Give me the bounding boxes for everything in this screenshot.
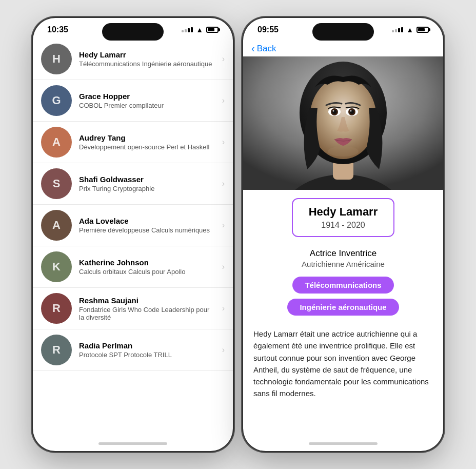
chevron-icon-shafi: › [222,179,225,188]
portrait-svg [243,56,443,190]
item-desc-reshma: Fondatrice Girls Who Code Leadership pou… [79,306,215,321]
status-icons-left: ▲ [182,26,219,34]
item-text-audrey: Audrey Tang Développement open-source Pe… [79,133,215,151]
tag-aero[interactable]: Ingénierie aéronautique [287,299,399,316]
item-name-hedy: Hedy Lamarr [79,50,215,59]
avatar-radia: R [41,335,72,365]
list-item-grace[interactable]: G Grace Hopper COBOL Premier compilateur… [33,80,233,122]
chevron-icon-radia: › [222,345,225,355]
time-left: 10:35 [47,25,68,34]
svg-point-8 [333,110,334,112]
list-item-reshma[interactable]: R Reshma Saujani Fondatrice Girls Who Co… [33,288,233,329]
item-name-radia: Radia Perlman [79,341,215,350]
dynamic-island-left [102,23,164,41]
avatar-reshma: R [41,293,72,324]
item-desc-ada: Première développeuse Calculs numériques [79,226,215,234]
item-name-grace: Grace Hopper [79,92,215,101]
avatar-shafi: S [41,168,72,199]
avatar-katherine: K [41,251,72,282]
item-desc-shafi: Prix Turing Cryptographie [79,185,215,192]
list-item-hedy[interactable]: H Hedy Lamarr Télécommunications Ingénie… [33,38,233,80]
tags-container: Télécommunications Ingénierie aéronautiq… [243,277,443,316]
avatar-initial-reshma: R [52,302,61,315]
item-desc-hedy: Télécommunications Ingénierie aéronautiq… [79,60,215,68]
chevron-icon-ada: › [222,221,225,230]
item-name-reshma: Reshma Saujani [79,296,215,305]
chevron-icon-hedy: › [222,54,225,64]
status-icons-right: ▲ [392,26,429,34]
item-desc-grace: COBOL Premier compilateur [79,102,215,109]
person-name: Hedy Lamarr [305,205,381,219]
item-name-shafi: Shafi Goldwasser [79,175,215,184]
name-card-wrapper: Hedy Lamarr 1914 - 2020 [243,190,443,245]
status-bar-right: 09:55 ▲ [243,18,443,38]
home-indicator-right [309,442,378,445]
chevron-icon-katherine: › [222,262,225,271]
signal-icon-right [392,27,403,32]
avatar-initial-ada: A [52,219,61,232]
wifi-icon: ▲ [196,26,203,34]
avatar-initial-katherine: K [52,260,61,273]
list-item-audrey[interactable]: A Audrey Tang Développement open-source … [33,122,233,163]
avatar-initial-radia: R [52,343,61,357]
avatar-grace: G [41,85,72,116]
svg-point-13 [328,146,359,157]
dynamic-island-right [312,23,374,41]
item-text-hedy: Hedy Lamarr Télécommunications Ingénieri… [79,50,215,68]
item-text-grace: Grace Hopper COBOL Premier compilateur [79,92,215,109]
bio-text: Hedy Lamarr était une actrice autrichien… [243,324,443,412]
list-phone: 10:35 ▲ H Hedy Lamarr Télécommunications… [33,18,233,451]
detail-phone: 09:55 ▲ ‹ Back [243,18,443,451]
item-text-ada: Ada Lovelace Première développeuse Calcu… [79,217,215,234]
person-roles: Actrice Inventrice [243,248,443,259]
item-name-katherine: Katherine Johnson [79,258,215,267]
back-button[interactable]: ‹ Back [243,38,443,56]
name-card: Hedy Lamarr 1914 - 2020 [292,198,394,237]
list-item-ada[interactable]: A Ada Lovelace Première développeuse Cal… [33,205,233,246]
avatar-initial-grace: G [52,94,61,107]
chevron-icon-reshma: › [222,304,225,313]
person-nationality: Autrichienne Américaine [243,260,443,268]
item-desc-radia: Protocole SPT Protocole TRILL [79,351,215,359]
battery-icon-right [417,27,429,33]
item-text-katherine: Katherine Johnson Calculs orbitaux Calcu… [79,258,215,276]
wifi-icon-right: ▲ [406,26,413,34]
hero-image [243,56,443,190]
signal-icon [182,27,193,32]
item-text-reshma: Reshma Saujani Fondatrice Girls Who Code… [79,296,215,321]
tag-telecom[interactable]: Télécommunications [292,277,393,294]
back-label: Back [257,44,276,54]
svg-point-12 [350,110,352,112]
item-name-audrey: Audrey Tang [79,133,215,142]
avatar-audrey: A [41,127,72,158]
avatar-initial-shafi: S [53,177,61,190]
battery-icon [206,27,219,33]
detail-content: ‹ Back [243,38,443,438]
home-indicator-left [98,442,167,445]
item-desc-audrey: Développement open-source Perl et Haskel… [79,143,215,151]
avatar-initial-hedy: H [52,52,61,66]
item-text-radia: Radia Perlman Protocole SPT Protocole TR… [79,341,215,359]
list-item-shafi[interactable]: S Shafi Goldwasser Prix Turing Cryptogra… [33,163,233,205]
avatar-ada: A [41,210,72,241]
status-bar-left: 10:35 ▲ [33,18,233,38]
avatar-hedy: H [41,44,72,74]
item-text-shafi: Shafi Goldwasser Prix Turing Cryptograph… [79,175,215,192]
item-name-ada: Ada Lovelace [79,217,215,225]
chevron-icon-audrey: › [222,138,225,147]
list-item-radia[interactable]: R Radia Perlman Protocole SPT Protocole … [33,329,233,371]
time-right: 09:55 [257,25,279,34]
person-years: 1914 - 2020 [305,221,381,230]
back-chevron-icon: ‹ [251,43,255,54]
list-item-katherine[interactable]: K Katherine Johnson Calculs orbitaux Cal… [33,246,233,288]
item-desc-katherine: Calculs orbitaux Calculs pour Apollo [79,268,215,276]
person-list: H Hedy Lamarr Télécommunications Ingénie… [33,38,233,438]
chevron-icon-grace: › [222,96,225,105]
avatar-initial-audrey: A [52,135,61,149]
